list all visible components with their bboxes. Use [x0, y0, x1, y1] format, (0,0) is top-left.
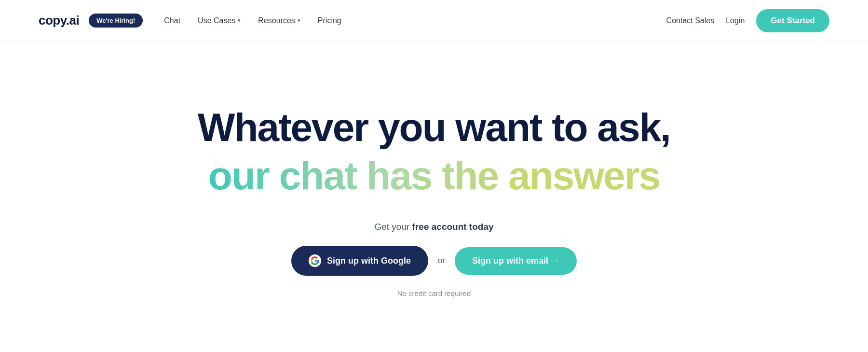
or-separator: or [438, 256, 445, 266]
google-signup-button[interactable]: Sign up with Google [291, 246, 428, 276]
logo-text: copy.ai [39, 13, 79, 28]
google-icon [309, 254, 321, 267]
hero-headline-line1: Whatever you want to ask, [198, 106, 670, 149]
login-link[interactable]: Login [726, 16, 745, 25]
nav-resources[interactable]: Resources ▾ [251, 13, 307, 29]
hero-section: Whatever you want to ask, our chat has t… [0, 42, 868, 352]
hero-subtext: Get your free account today [374, 222, 493, 232]
nav-right: Contact Sales Login Get Started [666, 9, 829, 32]
navbar: copy.ai We're Hiring! Chat Use Cases ▾ R… [0, 0, 868, 42]
cta-buttons: Sign up with Google or Sign up with emai… [291, 246, 577, 276]
nav-pricing[interactable]: Pricing [311, 13, 348, 29]
email-signup-button[interactable]: Sign up with email → [455, 247, 577, 275]
chevron-down-icon: ▾ [298, 17, 300, 24]
hiring-badge[interactable]: We're Hiring! [89, 14, 143, 28]
contact-sales-link[interactable]: Contact Sales [666, 16, 715, 25]
hero-headline-line2: our chat has the answers [208, 154, 660, 197]
nav-use-cases[interactable]: Use Cases ▾ [191, 13, 247, 29]
nav-links: Chat Use Cases ▾ Resources ▾ Pricing [157, 13, 666, 29]
get-started-button[interactable]: Get Started [756, 9, 829, 32]
logo-link[interactable]: copy.ai [39, 13, 79, 28]
nav-chat[interactable]: Chat [157, 13, 187, 29]
no-credit-card-text: No credit card required [397, 289, 471, 297]
chevron-down-icon: ▾ [238, 17, 241, 24]
